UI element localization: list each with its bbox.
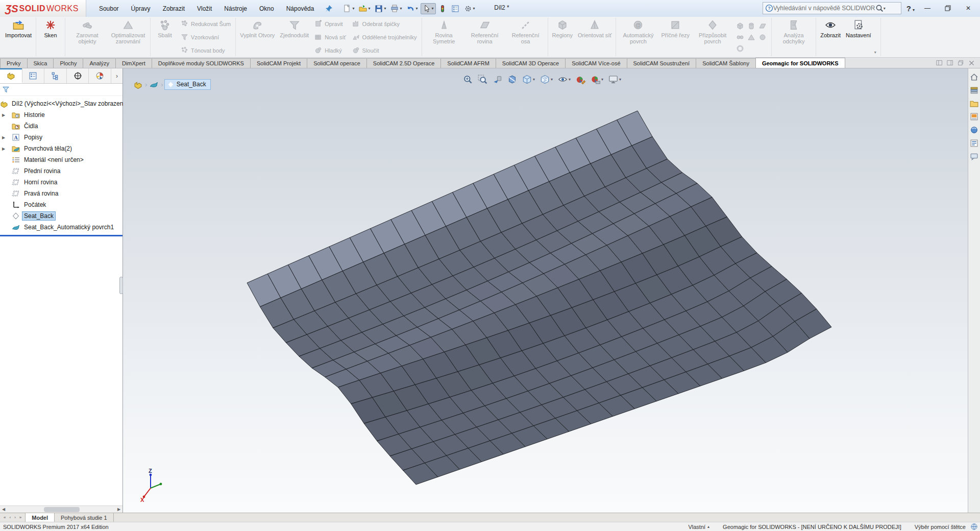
forum-icon[interactable] <box>970 152 978 161</box>
tree-item-d-l2-v-choz-v-choz-stav-zobraz[interactable]: Díl2 (Výchozí<<Výchozí>_Stav zobrazen <box>0 98 122 109</box>
tab-solidcam-3d-operace[interactable]: SolidCAM 3D Operace <box>496 58 566 68</box>
menu-item-zobrazit[interactable]: Zobrazit <box>157 3 190 14</box>
breadcrumb-part[interactable] <box>132 80 144 89</box>
tree-horizontal-scrollbar[interactable]: ◀ ▶ <box>0 505 122 513</box>
tab-plochy[interactable]: Plochy <box>53 58 83 68</box>
tab-solidcam-projekt[interactable]: SolidCAM Projekt <box>250 58 307 68</box>
tab-prvky[interactable]: Prvky <box>0 58 28 68</box>
close-button[interactable]: ✕ <box>961 3 976 14</box>
solidworks-resources-icon[interactable] <box>970 73 978 81</box>
file-explorer-icon[interactable] <box>970 99 978 108</box>
zoom-to-fit-button[interactable] <box>462 74 474 85</box>
help-button[interactable]: ?▾ <box>906 4 915 13</box>
show-eye-button[interactable]: Zobrazit <box>818 18 843 56</box>
tab-anal-zy[interactable]: Analýzy <box>83 58 116 68</box>
view-settings-button[interactable]: ▾ <box>607 74 622 85</box>
open-document-dropdown-caret[interactable]: ▾ <box>368 6 370 11</box>
tab-solidcam-ablony[interactable]: SolidCAM Šablony <box>696 58 756 68</box>
select-cursor-dropdown-caret[interactable]: ▾ <box>432 6 434 11</box>
tree-item-prav-rovina[interactable]: Pravá rovina <box>0 188 122 199</box>
tree-item-p-edn-rovina[interactable]: Přední rovina <box>0 165 122 177</box>
open-document-button[interactable]: ▾ <box>357 3 372 14</box>
display-style-button[interactable]: ▾ <box>539 74 554 85</box>
scrollbar-track[interactable] <box>7 506 115 513</box>
globe-icon[interactable] <box>970 523 978 530</box>
tree-item-historie[interactable]: ▶Historie <box>0 109 122 120</box>
menu-item-nástroje[interactable]: Nástroje <box>218 3 253 14</box>
split-pane-right-button[interactable] <box>947 60 953 66</box>
options-gear-dropdown-caret[interactable]: ▾ <box>473 6 475 11</box>
scan-button[interactable]: Sken <box>38 18 63 56</box>
previous-view-button[interactable] <box>492 74 503 85</box>
zoom-to-area-button[interactable] <box>477 74 488 85</box>
menu-item-soubor[interactable]: Soubor <box>93 3 125 14</box>
panel-tab-property-manager[interactable] <box>22 68 45 83</box>
tree-item-popisy[interactable]: ▶APopisy <box>0 132 122 143</box>
units-dropdown[interactable]: Vlastní ▴ <box>688 524 709 530</box>
tree-item--idla[interactable]: Čidla <box>0 120 122 132</box>
tab-nav-3[interactable]: » <box>18 515 23 520</box>
new-document-button[interactable]: ▾ <box>341 3 356 14</box>
split-pane-left-button[interactable] <box>936 60 943 66</box>
save-document-button[interactable]: ▾ <box>373 3 388 14</box>
breadcrumb-selected-item[interactable]: Seat_Back <box>164 79 211 90</box>
apply-scene-dropdown-caret[interactable]: ▾ <box>601 77 603 82</box>
new-document-dropdown-caret[interactable]: ▾ <box>352 6 354 11</box>
tree-item-po-tek[interactable]: Počátek <box>0 199 122 210</box>
search-input[interactable] <box>773 5 875 12</box>
tab-nav-2[interactable]: › <box>13 515 17 520</box>
menu-item-úpravy[interactable]: Úpravy <box>126 3 156 14</box>
section-view-button[interactable] <box>506 74 518 85</box>
restore-button[interactable] <box>940 3 955 14</box>
rollback-bar[interactable] <box>0 235 122 236</box>
panel-tab-display-manager[interactable] <box>89 68 111 83</box>
mesh-surface-seat-back[interactable] <box>123 68 968 513</box>
menu-item-okno[interactable]: Okno <box>254 3 280 14</box>
design-library-icon[interactable] <box>970 86 978 94</box>
tree-item-seat-back-automatick-povrch1[interactable]: Seat_Back_Automatický povrch1 <box>0 222 122 233</box>
scroll-right-arrow[interactable]: ▶ <box>115 507 122 512</box>
scroll-left-arrow[interactable]: ◀ <box>0 507 7 512</box>
tab-dimxpert[interactable]: DimXpert <box>115 58 152 68</box>
ribbon-flyout-caret[interactable]: ▾ <box>874 50 878 56</box>
view-orientation-button[interactable]: ▾ <box>521 74 536 85</box>
menu-item-nápověda[interactable]: Nápověda <box>281 3 320 14</box>
tree-item-povrchov-t-la-2-[interactable]: ▶Povrchová těla(2) <box>0 143 122 154</box>
pin-icon[interactable] <box>325 5 333 13</box>
tree-item-seat-back[interactable]: Seat_Back <box>0 210 122 222</box>
appearances-scenes-icon[interactable] <box>970 126 978 134</box>
print-document-dropdown-caret[interactable]: ▾ <box>400 6 402 11</box>
tab-nav-0[interactable]: « <box>2 515 7 520</box>
import-button[interactable]: Importovat <box>3 18 34 56</box>
breadcrumb-surface-feature[interactable] <box>148 80 160 89</box>
hide-show-items-button[interactable]: ▾ <box>557 74 572 85</box>
tree-item-horn-rovina[interactable]: Horní rovina <box>0 177 122 188</box>
scrollbar-thumb[interactable] <box>44 507 80 512</box>
bottom-tab-model[interactable]: Model <box>25 513 55 522</box>
panel-tab-configuration-manager[interactable] <box>44 68 67 83</box>
edit-appearance-button[interactable] <box>575 74 586 85</box>
tree-expander[interactable]: ▶ <box>0 113 7 117</box>
panel-tab-dimxpert-manager[interactable] <box>67 68 89 83</box>
display-style-dropdown-caret[interactable]: ▾ <box>551 77 553 82</box>
tab-solidcam-2-5d-operace[interactable]: SolidCAM 2.5D Operace <box>366 58 441 68</box>
search-icon[interactable] <box>875 4 884 12</box>
tab-dopl-kov-moduly-solidworks[interactable]: Doplňkové moduly SOLIDWORKS <box>152 58 251 68</box>
view-orientation-dropdown-caret[interactable]: ▾ <box>533 77 535 82</box>
print-document-button[interactable]: ▾ <box>388 3 404 14</box>
undo-dropdown-caret[interactable]: ▾ <box>415 6 418 11</box>
view-settings-dropdown-caret[interactable]: ▾ <box>619 77 621 82</box>
tab-nav-1[interactable]: ‹ <box>8 515 12 520</box>
tree-item-materi-l-nen-ur-en-[interactable]: Materiál <není určen> <box>0 154 122 165</box>
bottom-tab-pohybov-studie-1[interactable]: Pohybová studie 1 <box>55 513 114 522</box>
hide-show-items-dropdown-caret[interactable]: ▾ <box>569 77 571 82</box>
view-palette-icon[interactable] <box>970 112 978 121</box>
menu-item-vložit[interactable]: Vložit <box>191 3 217 14</box>
tab-solidcam-soustru-en-[interactable]: SolidCAM Soustružení <box>627 58 697 68</box>
tree-expander[interactable]: ▶ <box>0 135 7 140</box>
graphics-viewport[interactable]: ››Seat_Back ▾▾▾▾▾ ZX <box>123 68 968 513</box>
tab-geomagic-for-solidworks[interactable]: Geomagic for SOLIDWORKS <box>755 58 845 68</box>
restore-window-button[interactable] <box>958 60 964 66</box>
save-document-dropdown-caret[interactable]: ▾ <box>384 6 386 11</box>
tab-solidcam-afrm[interactable]: SolidCAM AFRM <box>440 58 496 68</box>
